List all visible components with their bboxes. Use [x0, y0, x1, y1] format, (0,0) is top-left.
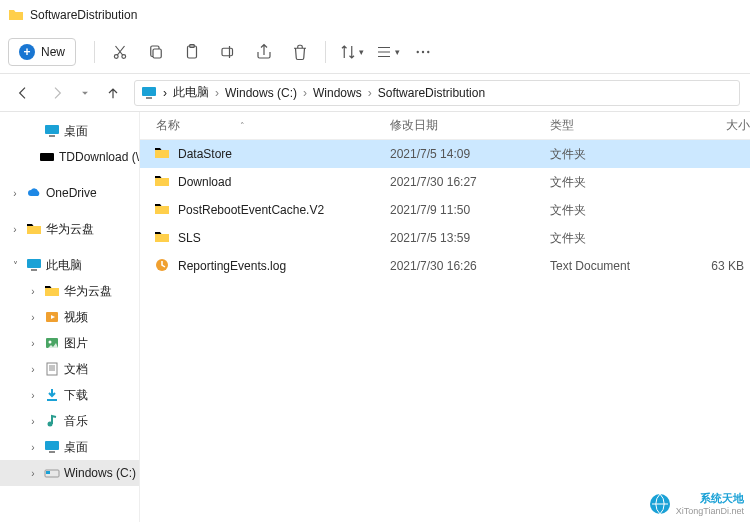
separator	[325, 41, 326, 63]
chevron-right-icon[interactable]: ›	[163, 86, 167, 100]
sidebar-item-label: 视频	[64, 309, 88, 326]
file-name: DataStore	[178, 147, 232, 161]
drive-icon	[44, 465, 60, 481]
file-type: 文件夹	[550, 146, 690, 163]
twisty-icon[interactable]: ›	[26, 390, 40, 401]
svg-point-20	[427, 50, 429, 52]
recent-locations-button[interactable]	[78, 80, 92, 106]
more-icon[interactable]	[406, 35, 440, 69]
paste-icon[interactable]	[175, 35, 209, 69]
monitor-icon	[141, 85, 157, 101]
file-date: 2021/7/30 16:27	[390, 175, 550, 189]
twisty-icon[interactable]: ›	[26, 338, 40, 349]
picture-icon	[44, 335, 60, 351]
svg-point-19	[422, 50, 424, 52]
table-row[interactable]: DataStore 2021/7/5 14:09 文件夹	[140, 140, 750, 168]
svg-point-18	[417, 50, 419, 52]
twisty-icon[interactable]: ›	[8, 188, 22, 199]
window-title: SoftwareDistribution	[30, 8, 137, 22]
sidebar-item-label: OneDrive	[46, 186, 97, 200]
monitor-icon	[44, 123, 60, 139]
breadcrumb-item[interactable]: 此电脑›	[173, 84, 219, 101]
log-icon	[154, 257, 170, 276]
twisty-icon[interactable]: ›	[26, 312, 40, 323]
file-size: 63 KB	[690, 259, 750, 273]
document-icon	[44, 361, 60, 377]
twisty-icon[interactable]: ˅	[8, 260, 22, 271]
column-header-name[interactable]: 名称˄	[140, 117, 390, 134]
table-row[interactable]: ReportingEvents.log 2021/7/30 16:26 Text…	[140, 252, 750, 280]
sidebar-item[interactable]: › 华为云盘	[0, 216, 139, 242]
file-date: 2021/7/5 13:59	[390, 231, 550, 245]
video-icon	[44, 309, 60, 325]
sort-icon[interactable]: ▾	[334, 35, 368, 69]
column-header-size[interactable]: 大小	[690, 117, 750, 134]
file-name: Download	[178, 175, 231, 189]
twisty-icon[interactable]: ›	[26, 468, 40, 479]
sidebar-item[interactable]: › 文档	[0, 356, 139, 382]
sidebar-item[interactable]: ˅ 此电脑	[0, 252, 139, 278]
column-header-type[interactable]: 类型	[550, 117, 690, 134]
navrow: › 此电脑› Windows (C:)› Windows› SoftwareDi…	[0, 74, 750, 112]
rows-container: DataStore 2021/7/5 14:09 文件夹 Download 20…	[140, 140, 750, 522]
music-icon	[44, 413, 60, 429]
breadcrumb[interactable]: › 此电脑› Windows (C:)› Windows› SoftwareDi…	[134, 80, 740, 106]
rename-icon[interactable]	[211, 35, 245, 69]
sidebar-item[interactable]: TDDownload (\	[0, 144, 139, 170]
column-header-date[interactable]: 修改日期	[390, 117, 550, 134]
new-button[interactable]: + New	[8, 38, 76, 66]
table-row[interactable]: PostRebootEventCache.V2 2021/7/9 11:50 文…	[140, 196, 750, 224]
breadcrumb-item[interactable]: Windows (C:)›	[225, 86, 307, 100]
sidebar-item[interactable]: › 图片	[0, 330, 139, 356]
twisty-icon[interactable]: ›	[8, 224, 22, 235]
file-date: 2021/7/5 14:09	[390, 147, 550, 161]
download-icon	[44, 387, 60, 403]
folder-icon	[154, 201, 170, 220]
monitor-icon	[44, 439, 60, 455]
copy-icon[interactable]	[139, 35, 173, 69]
sidebar-item-label: 此电脑	[46, 257, 82, 274]
sidebar-item[interactable]: › OneDrive	[0, 180, 139, 206]
sidebar-item[interactable]: › 华为云盘	[0, 278, 139, 304]
sidebar-item-label: 图片	[64, 335, 88, 352]
sidebar-item[interactable]: › 音乐	[0, 408, 139, 434]
forward-button[interactable]	[44, 80, 70, 106]
sidebar-item-label: 文档	[64, 361, 88, 378]
view-icon[interactable]: ▾	[370, 35, 404, 69]
sidebar-item[interactable]: › 下载	[0, 382, 139, 408]
cut-icon[interactable]	[103, 35, 137, 69]
sidebar-item-label: 华为云盘	[46, 221, 94, 238]
table-row[interactable]: Download 2021/7/30 16:27 文件夹	[140, 168, 750, 196]
breadcrumb-item[interactable]: SoftwareDistribution	[378, 86, 485, 100]
sidebar-item[interactable]: › Windows (C:)	[0, 460, 139, 486]
file-type: 文件夹	[550, 174, 690, 191]
sidebar-item[interactable]: › 视频	[0, 304, 139, 330]
share-icon[interactable]	[247, 35, 281, 69]
file-name: PostRebootEventCache.V2	[178, 203, 324, 217]
breadcrumb-item[interactable]: Windows›	[313, 86, 372, 100]
twisty-icon[interactable]: ›	[26, 416, 40, 427]
twisty-icon[interactable]: ›	[26, 364, 40, 375]
file-name: SLS	[178, 231, 201, 245]
sidebar-item[interactable]: 桌面	[0, 118, 139, 144]
monitor-icon	[26, 257, 42, 273]
table-row[interactable]: SLS 2021/7/5 13:59 文件夹	[140, 224, 750, 252]
sidebar: 桌面 TDDownload (\› OneDrive› 华为云盘˅ 此电脑› 华…	[0, 112, 140, 522]
folder-icon	[154, 229, 170, 248]
up-button[interactable]	[100, 80, 126, 106]
twisty-icon[interactable]: ›	[26, 286, 40, 297]
globe-icon	[648, 492, 672, 516]
cloud-icon	[26, 185, 42, 201]
file-type: 文件夹	[550, 202, 690, 219]
sidebar-item-label: 下载	[64, 387, 88, 404]
separator	[94, 41, 95, 63]
file-date: 2021/7/9 11:50	[390, 203, 550, 217]
back-button[interactable]	[10, 80, 36, 106]
folder-icon	[44, 283, 60, 299]
watermark: 系统天地 XiTongTianDi.net	[648, 491, 744, 516]
plus-icon: +	[19, 44, 35, 60]
delete-icon[interactable]	[283, 35, 317, 69]
content: 桌面 TDDownload (\› OneDrive› 华为云盘˅ 此电脑› 华…	[0, 112, 750, 522]
twisty-icon[interactable]: ›	[26, 442, 40, 453]
sidebar-item[interactable]: › 桌面	[0, 434, 139, 460]
